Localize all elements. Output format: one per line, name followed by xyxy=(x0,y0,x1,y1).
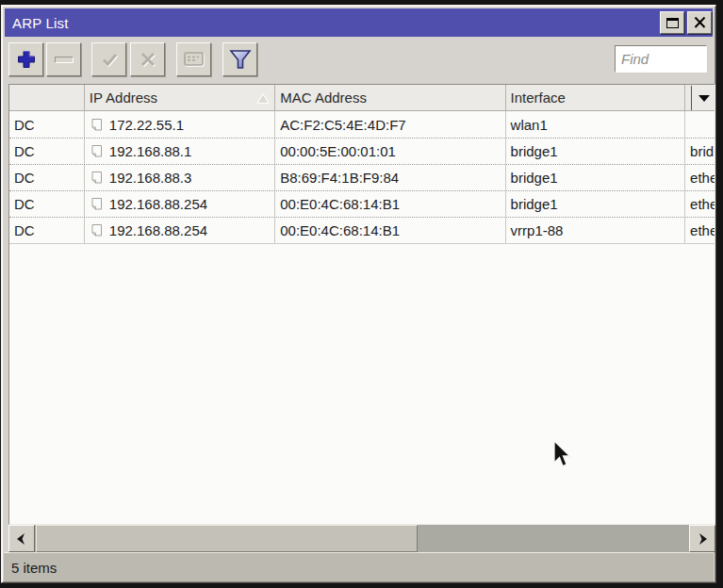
maximize-icon xyxy=(666,18,679,28)
enable-button[interactable] xyxy=(91,42,126,76)
minus-icon xyxy=(55,57,74,63)
cell-extra: ethe xyxy=(685,191,715,217)
disable-button[interactable] xyxy=(130,42,165,76)
find-input[interactable] xyxy=(615,45,707,73)
window-title: ARP List xyxy=(5,15,69,31)
scrollbar-thumb[interactable] xyxy=(36,525,418,552)
filter-button[interactable] xyxy=(222,42,257,76)
cell-extra xyxy=(685,111,715,138)
cell-ip-address: 192.168.88.1 xyxy=(85,139,275,164)
column-header-interface[interactable]: Interface xyxy=(506,85,685,110)
sort-ascending-icon xyxy=(256,92,270,105)
cell-interface: bridge1 xyxy=(506,165,685,190)
plus-icon xyxy=(15,48,38,71)
arp-entry-icon xyxy=(90,118,104,132)
cell-extra: brid xyxy=(685,139,715,164)
chevron-down-icon xyxy=(698,95,710,102)
cell-ip-address: 172.22.55.1 xyxy=(85,111,275,138)
arp-row[interactable]: DC 192.168.88.3 B8:69:F4:1B:F9:84 bridge… xyxy=(9,164,715,190)
cell-ip-address: 192.168.88.3 xyxy=(85,165,275,190)
comment-button[interactable] xyxy=(176,42,211,76)
cell-interface: vrrp1-88 xyxy=(506,218,685,243)
arp-table: IP Address MAC Address Interface DC 172.… xyxy=(8,84,715,525)
scroll-left-button[interactable] xyxy=(8,525,35,552)
cell-mac-address: 00:E0:4C:68:14:B1 xyxy=(275,191,505,217)
arp-list-window: ARP List xyxy=(1,5,716,583)
table-header: IP Address MAC Address Interface xyxy=(9,85,715,111)
arp-entry-icon xyxy=(90,197,104,211)
cell-ip-address: 192.168.88.254 xyxy=(85,191,275,217)
column-header-mac-address[interactable]: MAC Address xyxy=(275,85,505,110)
cell-flags: DC xyxy=(9,139,85,164)
comment-note-icon xyxy=(182,49,206,70)
titlebar[interactable]: ARP List xyxy=(5,8,713,37)
cross-icon xyxy=(137,48,159,71)
column-selector-button[interactable] xyxy=(691,86,715,110)
remove-button[interactable] xyxy=(46,42,81,76)
column-header-flags[interactable] xyxy=(9,85,85,110)
item-count: 5 items xyxy=(11,560,57,576)
cell-flags: DC xyxy=(9,165,85,190)
arp-entry-icon xyxy=(90,223,104,237)
cell-extra: ethe xyxy=(685,165,715,190)
close-button[interactable] xyxy=(687,11,712,34)
arp-row[interactable]: DC 192.168.88.254 00:E0:4C:68:14:B1 brid… xyxy=(9,190,715,217)
arp-entry-icon xyxy=(90,144,104,158)
scroll-right-icon xyxy=(694,531,711,547)
scroll-right-button[interactable] xyxy=(689,525,715,552)
scroll-left-icon xyxy=(13,531,30,547)
maximize-button[interactable] xyxy=(660,11,684,34)
checkmark-icon xyxy=(98,48,121,71)
cell-extra: ethe xyxy=(685,218,715,243)
cell-mac-address: AC:F2:C5:4E:4D:F7 xyxy=(275,111,505,138)
cell-mac-address: B8:69:F4:1B:F9:84 xyxy=(275,165,505,190)
add-button[interactable] xyxy=(8,42,43,76)
cell-flags: DC xyxy=(9,218,85,243)
horizontal-scrollbar[interactable] xyxy=(8,525,715,552)
cell-interface: bridge1 xyxy=(506,191,685,217)
cell-interface: wlan1 xyxy=(506,111,685,138)
cell-ip-address: 192.168.88.254 xyxy=(85,218,275,243)
cell-flags: DC xyxy=(9,111,85,138)
status-bar: 5 items xyxy=(4,552,714,581)
close-icon xyxy=(694,17,706,28)
table-rows: DC 172.22.55.1 AC:F2:C5:4E:4D:F7 wlan1 D… xyxy=(9,111,715,244)
arp-row[interactable]: DC 192.168.88.254 00:E0:4C:68:14:B1 vrrp… xyxy=(9,217,715,243)
column-header-ip-address[interactable]: IP Address xyxy=(85,85,275,110)
arp-row[interactable]: DC 192.168.88.1 00:00:5E:00:01:01 bridge… xyxy=(9,138,715,164)
filter-funnel-icon xyxy=(228,48,253,71)
arp-entry-icon xyxy=(90,171,104,185)
cell-mac-address: 00:E0:4C:68:14:B1 xyxy=(275,218,505,243)
screen: { "window": { "title": "ARP List" }, "ti… xyxy=(0,0,723,588)
cell-interface: bridge1 xyxy=(506,139,685,164)
arp-row[interactable]: DC 172.22.55.1 AC:F2:C5:4E:4D:F7 wlan1 xyxy=(9,111,715,138)
cell-flags: DC xyxy=(9,191,85,217)
cell-mac-address: 00:00:5E:00:01:01 xyxy=(275,139,505,164)
